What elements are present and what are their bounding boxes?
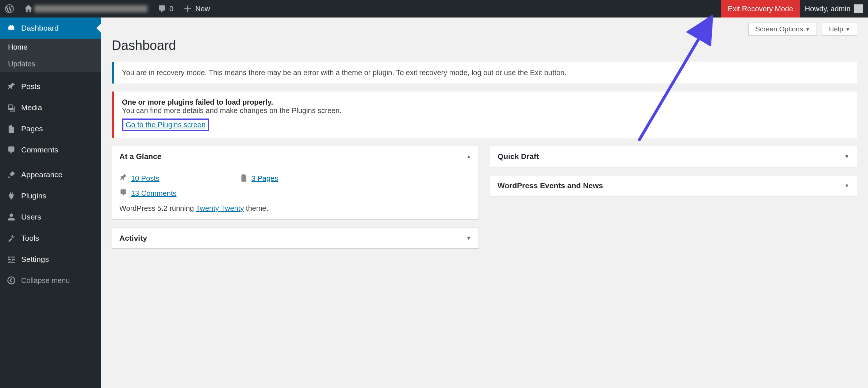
glance-comments: 13 Comments	[119, 189, 471, 198]
events-news-title: WordPress Events and News	[498, 181, 603, 190]
menu-media[interactable]: Media	[0, 97, 101, 118]
chevron-up-icon: ▲	[466, 154, 471, 159]
site-home-icon[interactable]	[19, 0, 153, 18]
menu-appearance-label: Appearance	[21, 170, 62, 179]
screen-options-button[interactable]: Screen Options ▼	[748, 23, 817, 36]
chevron-down-icon: ▼	[844, 183, 849, 189]
svg-point-0	[8, 277, 15, 284]
wordpress-version: WordPress 5.2 running Twenty Twenty them…	[119, 204, 471, 213]
chevron-down-icon: ▼	[466, 235, 471, 241]
wrench-icon	[6, 234, 17, 242]
help-label: Help	[829, 25, 843, 33]
quick-draft-widget: Quick Draft ▼	[490, 146, 857, 167]
glance-posts: 10 Posts	[119, 174, 160, 183]
recovery-mode-notice: You are in recovery mode. This means the…	[112, 62, 857, 84]
submenu-updates[interactable]: Updates	[0, 55, 101, 72]
dashboard-icon	[6, 24, 17, 32]
at-a-glance-title: At a Glance	[119, 152, 162, 161]
plugin-error-text: You can find more details and make chang…	[122, 106, 849, 115]
plugin-error-notice: One or more plugins failed to load prope…	[112, 92, 857, 138]
content-area: Screen Options ▼ Help ▼ Dashboard You ar…	[101, 18, 868, 388]
menu-pages-label: Pages	[21, 124, 43, 133]
menu-plugins[interactable]: Plugins	[0, 185, 101, 206]
exit-recovery-mode-button[interactable]: Exit Recovery Mode	[721, 0, 800, 18]
collapse-menu[interactable]: Collapse menu	[0, 270, 101, 291]
comments-bubble-icon[interactable]: 0	[153, 0, 178, 18]
go-to-plugins-highlight: Go to the Plugins screen	[122, 119, 209, 131]
chevron-down-icon: ▼	[845, 27, 850, 32]
user-icon	[6, 213, 17, 221]
collapse-label: Collapse menu	[21, 276, 70, 285]
menu-comments-label: Comments	[21, 146, 58, 154]
comments-link[interactable]: 13 Comments	[131, 189, 177, 198]
menu-settings-label: Settings	[21, 255, 49, 264]
comment-icon	[119, 189, 127, 198]
avatar-icon	[854, 4, 863, 13]
menu-tools[interactable]: Tools	[0, 228, 101, 249]
menu-settings[interactable]: Settings	[0, 249, 101, 270]
page-title: Dashboard	[112, 38, 857, 53]
version-post: theme.	[244, 204, 268, 212]
comment-icon	[6, 146, 17, 154]
admin-sidebar: Dashboard Home Updates Posts Media Pages…	[0, 18, 101, 388]
menu-plugins-label: Plugins	[21, 191, 46, 200]
howdy-user[interactable]: Howdy, admin	[800, 0, 868, 18]
events-news-toggle[interactable]: WordPress Events and News ▼	[490, 175, 857, 196]
version-pre: WordPress 5.2 running	[119, 204, 196, 212]
menu-appearance[interactable]: Appearance	[0, 164, 101, 185]
menu-pages[interactable]: Pages	[0, 118, 101, 139]
media-icon	[6, 103, 17, 112]
activity-widget: Activity ▼	[112, 228, 479, 249]
chevron-down-icon: ▼	[805, 27, 810, 32]
at-a-glance-toggle[interactable]: At a Glance ▲	[112, 146, 479, 167]
plug-icon	[6, 191, 17, 200]
events-news-widget: WordPress Events and News ▼	[490, 175, 857, 196]
chevron-down-icon: ▼	[844, 154, 849, 159]
menu-posts-label: Posts	[21, 82, 41, 91]
plugin-error-heading: One or more plugins failed to load prope…	[122, 98, 849, 106]
menu-dashboard[interactable]: Dashboard	[0, 18, 101, 39]
new-content-button[interactable]: New	[178, 0, 215, 18]
pin-icon	[119, 174, 127, 183]
theme-link[interactable]: Twenty Twenty	[196, 204, 244, 212]
menu-posts[interactable]: Posts	[0, 76, 101, 97]
help-button[interactable]: Help ▼	[822, 23, 857, 36]
brush-icon	[6, 170, 17, 179]
wordpress-logo-icon[interactable]	[0, 0, 19, 18]
glance-pages: 3 Pages	[240, 174, 278, 183]
howdy-label: Howdy, admin	[805, 5, 850, 13]
pages-icon	[240, 174, 248, 183]
admin-toolbar: 0 New Exit Recovery Mode Howdy, admin	[0, 0, 868, 18]
pages-link[interactable]: 3 Pages	[251, 174, 278, 183]
go-to-plugins-link[interactable]: Go to the Plugins screen	[126, 121, 206, 129]
activity-toggle[interactable]: Activity ▼	[112, 228, 479, 248]
activity-title: Activity	[119, 234, 147, 242]
sliders-icon	[6, 255, 17, 264]
menu-comments[interactable]: Comments	[0, 139, 101, 160]
at-a-glance-widget: At a Glance ▲ 10 Posts 3 Pages	[112, 146, 479, 220]
site-name-redacted	[34, 5, 147, 12]
menu-users-label: Users	[21, 213, 41, 221]
pages-icon	[6, 124, 17, 133]
collapse-icon	[6, 276, 17, 285]
recovery-notice-text: You are in recovery mode. This means the…	[122, 69, 566, 77]
new-label: New	[195, 5, 210, 13]
posts-link[interactable]: 10 Posts	[131, 174, 160, 183]
comments-count: 0	[169, 5, 173, 13]
menu-media-label: Media	[21, 103, 42, 112]
screen-options-label: Screen Options	[755, 25, 803, 33]
quick-draft-title: Quick Draft	[498, 152, 539, 161]
pin-icon	[6, 82, 17, 91]
menu-dashboard-label: Dashboard	[21, 24, 59, 32]
menu-users[interactable]: Users	[0, 206, 101, 228]
menu-tools-label: Tools	[21, 234, 39, 242]
submenu-home[interactable]: Home	[0, 39, 101, 55]
quick-draft-toggle[interactable]: Quick Draft ▼	[490, 146, 857, 167]
